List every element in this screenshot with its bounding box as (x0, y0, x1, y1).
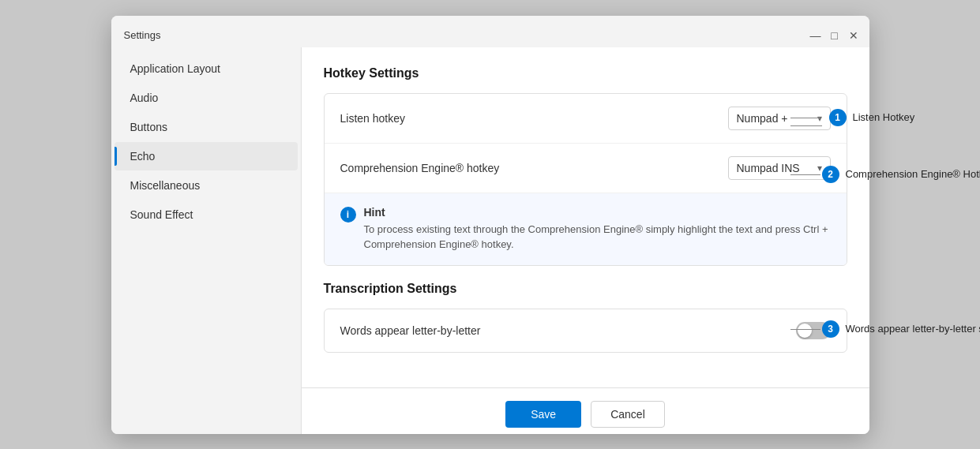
comprehension-hotkey-dropdown-arrow: ▾ (817, 163, 822, 174)
comprehension-hotkey-dropdown[interactable]: Numpad INS ▾ (728, 156, 831, 180)
content-inner: Hotkey Settings Listen hotkey Numpad + ▾ (302, 47, 869, 387)
window-controls: — □ ✕ (809, 29, 860, 42)
hint-title: Hint (364, 206, 831, 219)
hint-text: To process existing text through the Com… (364, 222, 831, 253)
hint-content: Hint To process existing text through th… (364, 206, 831, 253)
maximize-button[interactable]: □ (828, 29, 841, 42)
content-area: Hotkey Settings Listen hotkey Numpad + ▾ (301, 47, 869, 434)
listen-hotkey-value: Numpad + (737, 112, 788, 125)
comprehension-hotkey-value: Numpad INS (737, 162, 800, 174)
sidebar-item-miscellaneous[interactable]: Miscellaneous (115, 171, 298, 200)
titlebar: Settings — □ ✕ (111, 16, 869, 47)
transcription-settings-title: Transcription Settings (324, 282, 847, 296)
listen-hotkey-dropdown[interactable]: Numpad + ▾ (728, 107, 831, 130)
hotkey-settings-title: Hotkey Settings (324, 66, 847, 80)
sidebar-item-audio[interactable]: Audio (115, 84, 298, 112)
sidebar-item-buttons[interactable]: Buttons (115, 113, 298, 141)
listen-hotkey-label: Listen hotkey (340, 112, 406, 125)
listen-hotkey-row: Listen hotkey Numpad + ▾ (325, 94, 847, 144)
hint-box: i Hint To process existing text through … (325, 193, 847, 265)
sidebar-item-sound-effect[interactable]: Sound Effect (115, 200, 298, 229)
comprehension-hotkey-label: Comprehension Engine® hotkey (340, 162, 500, 174)
sidebar-item-application-layout[interactable]: Application Layout (115, 54, 298, 83)
listen-hotkey-dropdown-arrow: ▾ (817, 113, 822, 124)
minimize-button[interactable]: — (809, 29, 822, 42)
words-appear-toggle[interactable] (796, 322, 831, 339)
comprehension-hotkey-row: Comprehension Engine® hotkey Numpad INS … (325, 144, 847, 193)
window-title: Settings (124, 29, 161, 41)
words-appear-label: Words appear letter-by-letter (340, 324, 481, 337)
footer: Save Cancel (302, 387, 869, 434)
words-appear-row: Words appear letter-by-letter (325, 309, 847, 352)
hint-icon: i (340, 207, 356, 223)
sidebar: Application Layout Audio Buttons Echo Mi… (111, 47, 301, 434)
hotkey-settings-card: Listen hotkey Numpad + ▾ Comprehension E… (324, 93, 847, 266)
save-button[interactable]: Save (505, 401, 581, 428)
transcription-settings-card: Words appear letter-by-letter (324, 309, 847, 353)
sidebar-item-echo[interactable]: Echo (115, 142, 298, 170)
cancel-button[interactable]: Cancel (591, 401, 665, 428)
close-button[interactable]: ✕ (847, 29, 860, 42)
settings-window: Settings — □ ✕ Application Layout Audio … (111, 16, 869, 434)
main-layout: Application Layout Audio Buttons Echo Mi… (111, 47, 869, 434)
